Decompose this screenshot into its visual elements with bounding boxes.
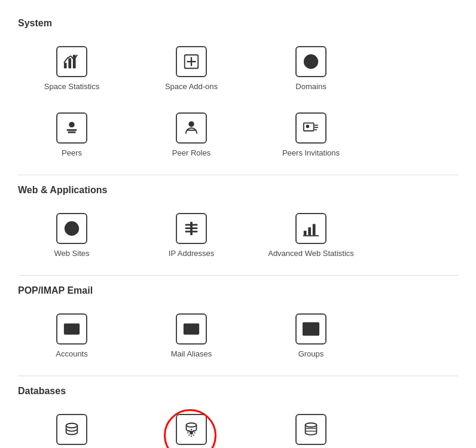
- svg-point-56: [306, 423, 317, 427]
- svg-point-39: [190, 327, 193, 331]
- svg-rect-20: [315, 129, 318, 130]
- db-lines-icon: [295, 414, 327, 445]
- mysql-wrapper: MySQL 5.x: [172, 414, 210, 448]
- item-peer-roles[interactable]: Peer Roles: [138, 105, 245, 165]
- item-web-sites[interactable]: Web Sites: [18, 205, 126, 266]
- svg-point-41: [306, 326, 310, 330]
- space-addons-label: Space Add-ons: [165, 82, 218, 91]
- item-odbc-dsns[interactable]: ODBC DSNs: [257, 406, 365, 448]
- groups-icon: [295, 313, 327, 345]
- peers-label: Peers: [62, 148, 82, 157]
- section-system: System Space Statistics Space Add-ons Do…: [18, 18, 458, 165]
- groups-label: Groups: [298, 349, 324, 358]
- item-mail-aliases[interactable]: Mail Aliases: [138, 306, 245, 366]
- item-space-statistics[interactable]: Space Statistics: [18, 38, 126, 99]
- svg-point-14: [188, 121, 194, 127]
- item-sql-server-2016[interactable]: SQL Server 2016: [18, 406, 126, 448]
- addons-icon: [176, 46, 207, 77]
- divider-system: [18, 175, 458, 175]
- space-statistics-label: Space Statistics: [44, 82, 100, 91]
- mail-aliases-label: Mail Aliases: [171, 349, 212, 358]
- svg-rect-30: [190, 222, 193, 236]
- db-stack-icon: [56, 414, 87, 445]
- svg-point-11: [69, 122, 74, 127]
- svg-rect-18: [315, 124, 319, 126]
- domains-label: Domains: [295, 82, 326, 91]
- compass-icon: [56, 213, 87, 244]
- mail-icon: [56, 313, 87, 345]
- section-title-web: Web & Applications: [18, 185, 458, 196]
- item-ip-addresses[interactable]: IP Addresses: [138, 205, 245, 266]
- globe-icon: [295, 46, 327, 77]
- svg-rect-34: [303, 235, 319, 236]
- svg-line-54: [193, 430, 194, 431]
- main-container: System Space Statistics Space Add-ons Do…: [18, 18, 458, 448]
- svg-point-46: [187, 423, 197, 427]
- svg-rect-0: [64, 63, 67, 68]
- section-pop-imap: POP/IMAP Email Accounts Mail Aliases Gro…: [18, 285, 458, 366]
- accounts-label: Accounts: [56, 349, 87, 358]
- svg-point-47: [190, 431, 193, 435]
- svg-point-22: [71, 227, 73, 230]
- item-accounts[interactable]: Accounts: [18, 306, 126, 366]
- item-domains[interactable]: Domains: [257, 38, 365, 99]
- peer-roles-icon: [176, 112, 207, 144]
- peers-invitations-label: Peers Invitations: [282, 148, 340, 157]
- svg-point-43: [309, 326, 313, 330]
- svg-rect-19: [315, 127, 319, 128]
- ip-icon: [176, 213, 207, 244]
- item-mysql-5x[interactable]: MySQL 5.x: [138, 406, 245, 448]
- svg-rect-15: [187, 130, 196, 131]
- section-web-applications: Web & Applications Web Sites IP Addresse…: [18, 185, 458, 266]
- ip-addresses-label: IP Addresses: [169, 249, 214, 258]
- db-gear-icon: [176, 414, 207, 445]
- bar-chart-icon: [295, 213, 327, 244]
- grid-web: Web Sites IP Addresses Advanced Web Stat…: [18, 205, 458, 266]
- divider-pop-imap: [18, 376, 458, 376]
- peers-icon: [56, 112, 87, 144]
- section-databases: Databases SQL Server 2016: [18, 386, 458, 448]
- chart-icon: [56, 46, 87, 77]
- peers-invitations-icon: [295, 112, 327, 144]
- svg-point-17: [306, 124, 310, 128]
- item-peers-invitations[interactable]: Peers Invitations: [257, 105, 365, 165]
- svg-rect-1: [68, 58, 71, 68]
- svg-rect-13: [68, 132, 75, 133]
- grid-system: Space Statistics Space Add-ons Domains P…: [18, 38, 458, 165]
- peer-roles-label: Peer Roles: [172, 148, 210, 157]
- section-title-system: System: [18, 18, 458, 29]
- divider-web: [18, 275, 458, 276]
- svg-point-42: [313, 326, 316, 330]
- section-title-databases: Databases: [18, 386, 458, 397]
- svg-line-55: [188, 435, 189, 435]
- item-peers[interactable]: Peers: [18, 105, 126, 165]
- web-sites-label: Web Sites: [54, 249, 89, 258]
- svg-rect-33: [313, 224, 316, 236]
- svg-rect-32: [308, 227, 311, 235]
- item-advanced-web-statistics[interactable]: Advanced Web Statistics: [257, 205, 365, 266]
- svg-rect-31: [304, 231, 307, 236]
- svg-line-52: [188, 430, 189, 431]
- advanced-web-statistics-label: Advanced Web Statistics: [268, 249, 354, 258]
- svg-line-53: [193, 435, 194, 435]
- svg-point-45: [66, 423, 78, 428]
- section-title-pop-imap: POP/IMAP Email: [18, 285, 458, 296]
- item-groups[interactable]: Groups: [257, 306, 365, 366]
- grid-databases: SQL Server 2016: [18, 406, 458, 448]
- mail-aliases-icon: [176, 313, 207, 345]
- svg-rect-12: [67, 129, 77, 131]
- grid-pop-imap: Accounts Mail Aliases Groups: [18, 306, 458, 366]
- item-space-addons[interactable]: Space Add-ons: [138, 38, 245, 99]
